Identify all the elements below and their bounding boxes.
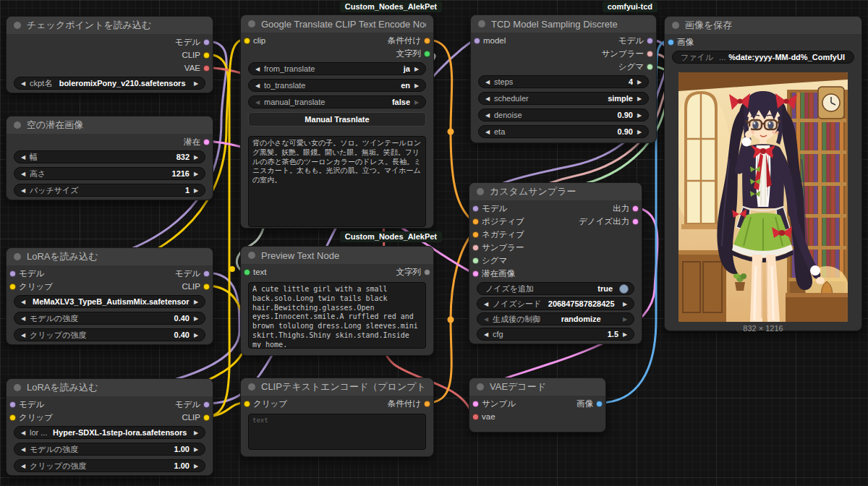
next-arrow-icon[interactable]: ▶ bbox=[192, 463, 200, 469]
clip-input-port[interactable] bbox=[244, 38, 250, 44]
noise-seed-widget[interactable]: ◀ノイズシード206847587828425▶ bbox=[477, 297, 634, 310]
denoised-output-port[interactable] bbox=[632, 218, 639, 225]
link-midpoint-dot[interactable] bbox=[448, 317, 454, 323]
text-input-port[interactable] bbox=[244, 269, 250, 276]
lora-name-widget[interactable]: ◀lor ...Hyper-SDXL-1step-lora.safetensor… bbox=[14, 426, 205, 439]
link-midpoint-dot[interactable] bbox=[448, 129, 454, 135]
model-strength-widget[interactable]: ◀モデルの強度0.40▶ bbox=[14, 312, 205, 325]
sigmas-output-port[interactable] bbox=[647, 64, 653, 70]
node-titlebar[interactable]: LoRAを読み込む bbox=[7, 248, 213, 265]
next-arrow-icon[interactable]: ▶ bbox=[621, 301, 629, 307]
prev-arrow-icon[interactable]: ◀ bbox=[254, 82, 261, 89]
node-load-lora-2[interactable]: LoRAを読み込む モデルモデル クリップCLIP ◀lor ...Hyper-… bbox=[6, 378, 213, 476]
prev-arrow-icon[interactable]: ◀ bbox=[484, 129, 491, 135]
collapse-dot-icon[interactable] bbox=[248, 20, 255, 27]
prev-arrow-icon[interactable]: ◀ bbox=[482, 331, 490, 338]
node-titlebar[interactable]: Preview Text Node bbox=[241, 247, 433, 264]
node-tcd-model-sampling[interactable]: TCD Model Sampling Discrete modelモデル サンプ… bbox=[470, 14, 657, 143]
model-strength-widget[interactable]: ◀モデルの強度1.00▶ bbox=[14, 443, 205, 456]
collapse-dot-icon[interactable] bbox=[248, 383, 255, 391]
prev-arrow-icon[interactable]: ◀ bbox=[482, 316, 490, 323]
prev-arrow-icon[interactable]: ◀ bbox=[20, 463, 27, 469]
to-translate-widget[interactable]: ◀to_translateen▶ bbox=[248, 79, 426, 92]
prev-arrow-icon[interactable]: ◀ bbox=[482, 301, 490, 307]
clip-input-port[interactable] bbox=[244, 401, 250, 407]
node-load-checkpoint[interactable]: チェックポイントを読み込む モデル CLIP VAE ◀ckpt名bolerom… bbox=[6, 16, 213, 93]
add-noise-toggle[interactable]: ノイズを追加true bbox=[477, 282, 634, 295]
next-arrow-icon[interactable]: ▶ bbox=[621, 331, 629, 338]
steps-widget[interactable]: ◀steps4▶ bbox=[478, 75, 649, 88]
vae-output-port[interactable] bbox=[203, 65, 210, 72]
next-arrow-icon[interactable]: ▶ bbox=[192, 430, 200, 436]
prev-arrow-icon[interactable]: ◀ bbox=[20, 80, 27, 87]
clip-strength-widget[interactable]: ◀クリップの強度0.40▶ bbox=[14, 328, 205, 341]
negative-input-port[interactable] bbox=[472, 231, 479, 238]
node-titlebar[interactable]: Google Translate CLIP Text Encode Node bbox=[241, 15, 433, 33]
manual-translate-widget[interactable]: ◀manual_translatefalse▶ bbox=[248, 95, 426, 108]
collapse-dot-icon[interactable] bbox=[672, 22, 679, 29]
height-widget[interactable]: ◀高さ1216▶ bbox=[14, 167, 205, 180]
next-arrow-icon[interactable]: ▶ bbox=[192, 315, 200, 322]
clip-output-port[interactable] bbox=[203, 284, 210, 290]
model-output-port[interactable] bbox=[203, 270, 210, 277]
model-output-port[interactable] bbox=[647, 38, 653, 44]
string-output-port[interactable] bbox=[424, 269, 430, 276]
negative-prompt-textarea[interactable]: text bbox=[248, 414, 426, 450]
toggle-circle-icon[interactable] bbox=[619, 284, 629, 294]
prev-arrow-icon[interactable]: ◀ bbox=[20, 332, 27, 338]
collapse-dot-icon[interactable] bbox=[477, 188, 484, 195]
node-vae-decode[interactable]: VAEデコード サンプル画像 vae bbox=[469, 378, 606, 432]
image-input-port[interactable] bbox=[668, 39, 674, 46]
sampler-output-port[interactable] bbox=[647, 51, 653, 57]
latent-output-port[interactable] bbox=[203, 139, 210, 145]
next-arrow-icon[interactable]: ▶ bbox=[636, 79, 643, 85]
node-titlebar[interactable]: VAEデコード bbox=[469, 378, 605, 396]
next-arrow-icon[interactable]: ▶ bbox=[192, 171, 200, 177]
next-arrow-icon[interactable]: ▶ bbox=[621, 316, 629, 323]
positive-input-port[interactable] bbox=[472, 218, 479, 225]
conditioning-output-port[interactable] bbox=[424, 401, 430, 407]
collapse-dot-icon[interactable] bbox=[14, 22, 21, 29]
next-arrow-icon[interactable]: ▶ bbox=[636, 95, 643, 102]
next-arrow-icon[interactable]: ▶ bbox=[192, 332, 200, 338]
cfg-widget[interactable]: ◀cfg1.5▶ bbox=[477, 328, 634, 341]
filename-prefix-widget[interactable]: ファイル...%date:yyyy-MM-dd%_ComfyUI bbox=[672, 51, 854, 64]
next-arrow-icon[interactable]: ▶ bbox=[192, 154, 200, 161]
samples-input-port[interactable] bbox=[472, 401, 479, 407]
node-google-translate-clip-encode[interactable]: Google Translate CLIP Text Encode Node c… bbox=[240, 14, 434, 229]
node-titlebar[interactable]: CLIPテキストエンコード（プロンプト） bbox=[241, 378, 433, 396]
node-titlebar[interactable]: 画像を保存 bbox=[665, 17, 861, 34]
clip-input-port[interactable] bbox=[9, 284, 16, 290]
collapse-dot-icon[interactable] bbox=[478, 20, 485, 27]
collapse-dot-icon[interactable] bbox=[14, 122, 21, 129]
next-arrow-icon[interactable]: ▶ bbox=[636, 112, 643, 119]
image-output-port[interactable] bbox=[596, 401, 603, 407]
node-preview-text[interactable]: Preview Text Node text文字列 A cute little … bbox=[240, 246, 434, 356]
next-arrow-icon[interactable]: ▶ bbox=[192, 299, 200, 305]
lora-name-widget[interactable]: ◀MeMaXLV3_TypeB_AutismMix.safetensors▶ bbox=[14, 295, 205, 308]
link-midpoint-dot[interactable] bbox=[229, 266, 235, 272]
node-clip-text-encode[interactable]: CLIPテキストエンコード（プロンプト） クリップ条件付け text bbox=[240, 378, 434, 457]
model-input-port[interactable] bbox=[472, 205, 479, 212]
next-arrow-icon[interactable]: ▶ bbox=[636, 129, 643, 135]
clip-output-port[interactable] bbox=[203, 52, 210, 59]
manual-translate-button[interactable]: Manual Trasnlate bbox=[248, 112, 426, 127]
node-titlebar[interactable]: TCD Model Sampling Discrete bbox=[471, 15, 656, 33]
ckpt-name-widget[interactable]: ◀ckpt名boleromixPony_v210.safetensors▶ bbox=[14, 77, 205, 90]
next-arrow-icon[interactable]: ▶ bbox=[413, 66, 420, 72]
node-load-lora-1[interactable]: LoRAを読み込む モデルモデル クリップCLIP ◀MeMaXLV3_Type… bbox=[6, 247, 213, 345]
next-arrow-icon[interactable]: ▶ bbox=[192, 80, 200, 87]
next-arrow-icon[interactable]: ▶ bbox=[192, 446, 200, 453]
conditioning-output-port[interactable] bbox=[424, 38, 430, 44]
node-titlebar[interactable]: LoRAを読み込む bbox=[7, 379, 213, 396]
clip-strength-widget[interactable]: ◀クリップの強度1.00▶ bbox=[14, 459, 205, 472]
model-input-port[interactable] bbox=[9, 401, 16, 408]
prev-arrow-icon[interactable]: ◀ bbox=[20, 430, 27, 436]
sigmas-input-port[interactable] bbox=[472, 257, 479, 264]
collapse-dot-icon[interactable] bbox=[477, 383, 484, 391]
prev-arrow-icon[interactable]: ◀ bbox=[20, 154, 27, 161]
node-save-image[interactable]: 画像を保存 画像 ファイル...%date:yyyy-MM-dd%_ComfyU… bbox=[664, 16, 862, 331]
control-after-generate-widget[interactable]: ◀生成後の制御randomize▶ bbox=[477, 312, 634, 325]
model-input-port[interactable] bbox=[474, 38, 480, 44]
latent-input-port[interactable] bbox=[472, 270, 479, 277]
